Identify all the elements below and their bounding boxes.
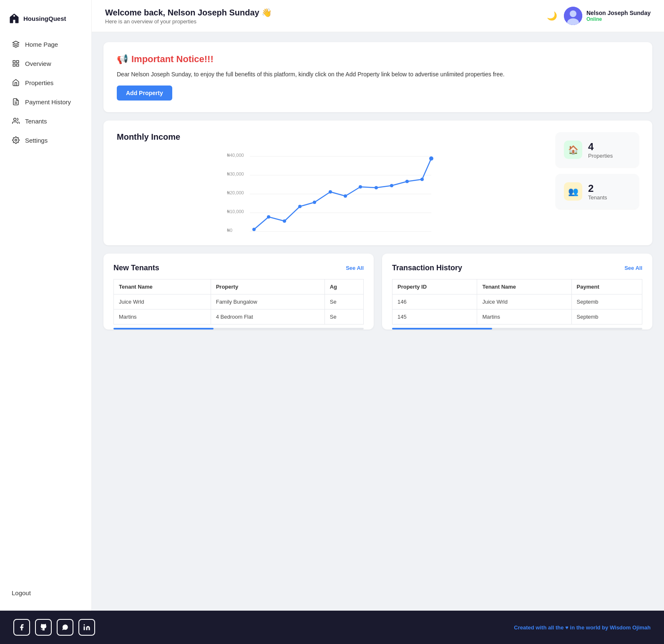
footer-heart: ♥ [565,624,570,631]
income-chart: ₦40,000 ₦30,000 ₦20,000 ₦10,000 ₦0 [117,150,546,234]
svg-text:₦40,000: ₦40,000 [227,153,244,158]
svg-point-37 [375,186,378,189]
logout-button[interactable]: Logout [3,584,88,601]
transaction-title: Transaction History [392,264,462,272]
header-welcome: Welcome back, Nelson Joseph Sunday 👋 Her… [105,8,272,25]
sidebar-item-overview[interactable]: Overview [0,54,91,73]
sidebar-item-properties[interactable]: Properties [0,73,91,92]
moon-icon[interactable]: 🌙 [547,11,557,21]
user-name: Nelson Joseph Sunday [586,10,651,16]
new-tenants-see-all[interactable]: See All [346,265,364,271]
avatar [564,7,582,25]
sidebar-label-settings: Settings [25,137,48,144]
tx-property-id-1: 146 [392,294,477,309]
page-body: 📢 Important Notice!!! Dear Nelson Joseph… [92,32,664,611]
svg-point-30 [267,215,270,219]
table-row: Martins 4 Bedroom Flat Se [114,309,364,325]
transaction-see-all[interactable]: See All [624,265,642,271]
sidebar-link-payment-history[interactable]: Payment History [3,93,88,111]
notice-card: 📢 Important Notice!!! Dear Nelson Joseph… [103,42,652,112]
stat-card-properties: 🏠 4 Properties [556,132,639,167]
settings-icon [12,136,20,144]
svg-text:₦20,000: ₦20,000 [227,190,244,195]
header-right: 🌙 Nelson Joseph Sunday Online [547,7,651,25]
svg-point-36 [359,185,362,189]
sidebar-item-home[interactable]: Home Page [0,35,91,53]
tx-property-id-2: 145 [392,309,477,325]
table-row: Juice Wrld Family Bungalow Se [114,294,364,309]
tenants-count: 2 [588,183,607,194]
sidebar-item-tenants[interactable]: Tenants [0,112,91,130]
sidebar-link-home[interactable]: Home Page [3,35,88,53]
svg-point-31 [283,219,286,223]
linkedin-icon[interactable] [78,619,95,636]
age-1: Se [324,294,363,309]
svg-rect-5 [17,64,19,66]
col-tenant-name: Tenant Name [114,279,211,294]
svg-text:₦30,000: ₦30,000 [227,171,244,176]
facebook-icon[interactable] [13,619,30,636]
sidebar-link-tenants[interactable]: Tenants [3,112,88,130]
chart-svg-wrap: ₦40,000 ₦30,000 ₦20,000 ₦10,000 ₦0 [117,150,546,234]
tx-table-bottom [392,325,642,330]
tenants-stat-info: 2 Tenants [588,183,607,201]
user-info: Nelson Joseph Sunday Online [564,7,651,25]
home-icon [12,78,20,87]
col-property-id: Property ID [392,279,477,294]
svg-point-33 [313,201,316,204]
col-payment: Payment [571,279,642,294]
bottom-row: New Tenants See All Tenant Name Property… [103,254,652,330]
col-tenant-name-tx: Tenant Name [477,279,571,294]
sidebar-item-settings[interactable]: Settings [0,131,91,149]
svg-point-32 [298,205,302,208]
footer-credit: Created with all the ♥ in the world by W… [514,624,651,631]
footer-author[interactable]: Wisdom Ojimah [610,624,651,631]
tx-scrollbar[interactable] [392,328,642,330]
notice-icon: 📢 [117,54,128,65]
footer: Created with all the ♥ in the world by W… [0,611,664,644]
svg-point-8 [14,118,16,121]
add-property-button[interactable]: Add Property [117,86,172,101]
whatsapp-icon[interactable] [57,619,73,636]
tx-payment-2: Septemb [571,309,642,325]
svg-point-41 [429,156,433,161]
tenant-name-1: Juice Wrld [114,294,211,309]
sidebar-label-payment-history: Payment History [25,98,71,106]
properties-count: 4 [588,141,613,153]
properties-stat-info: 4 Properties [588,141,613,159]
svg-point-40 [420,178,424,181]
svg-rect-4 [13,64,15,66]
tx-payment-1: Septemb [571,294,642,309]
new-tenants-table: Tenant Name Property Ag Juice Wrld Famil… [113,279,364,325]
svg-point-29 [252,228,256,231]
footer-credit-text: Created with all the [514,624,563,631]
svg-point-35 [344,194,347,198]
sidebar-link-settings[interactable]: Settings [3,131,88,149]
svg-text:₦10,000: ₦10,000 [227,209,244,214]
property-1: Family Bungalow [211,294,324,309]
tenants-scrollbar-thumb [113,328,214,330]
logo-icon [8,13,20,24]
transaction-history-card: Transaction History See All Property ID … [382,254,652,330]
chart-title: Monthly Income [117,132,546,142]
sidebar-label-tenants: Tenants [25,118,47,125]
sidebar-link-overview[interactable]: Overview [3,54,88,73]
income-card: Monthly Income ₦40,000 ₦30,000 ₦20,000 ₦… [103,121,652,245]
svg-rect-2 [13,60,15,63]
github-icon[interactable] [35,619,52,636]
table-row: 145 Martins Septemb [392,309,642,325]
svg-point-9 [15,139,17,141]
transaction-table: Property ID Tenant Name Payment 146 Juic… [392,279,642,325]
welcome-title: Welcome back, Nelson Joseph Sunday 👋 [105,8,272,18]
user-status: Online [586,16,651,22]
tx-tenant-name-1: Juice Wrld [477,294,571,309]
properties-stat-icon: 🏠 [564,141,582,159]
tenants-scrollbar[interactable] [113,328,364,330]
sidebar-item-payment-history[interactable]: Payment History [0,93,91,111]
table-row: 146 Juice Wrld Septemb [392,294,642,309]
sidebar-link-properties[interactable]: Properties [3,73,88,92]
svg-point-0 [13,15,15,17]
tenants-label: Tenants [588,194,607,201]
header: Welcome back, Nelson Joseph Sunday 👋 Her… [92,0,664,32]
users-icon [12,117,20,125]
